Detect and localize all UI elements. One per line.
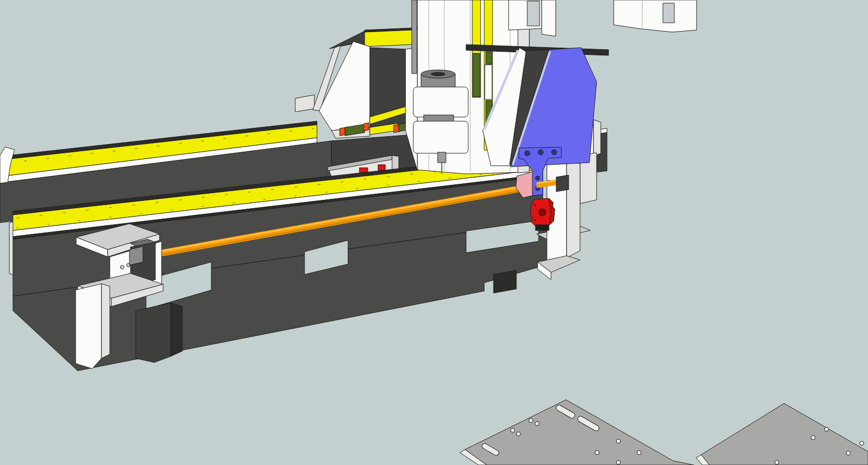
z-bearing[interactable] xyxy=(473,53,480,97)
right-bearing-block xyxy=(556,175,569,192)
spindle-clamp-upper[interactable] xyxy=(413,87,468,117)
frame-foot-inner xyxy=(494,270,516,293)
model-canvas[interactable] xyxy=(0,0,868,465)
screw-end-cap xyxy=(129,246,143,265)
z-lead-screw-rod xyxy=(412,0,417,74)
motor-shaft-mount xyxy=(536,225,549,230)
spindle-clamp-lower[interactable] xyxy=(413,121,468,153)
cad-viewport[interactable] xyxy=(0,0,868,465)
front-left-leg[interactable] xyxy=(76,284,110,369)
limit-switch-right[interactable] xyxy=(378,165,385,170)
frame-foot xyxy=(136,303,171,362)
spindle-collet xyxy=(438,152,446,163)
